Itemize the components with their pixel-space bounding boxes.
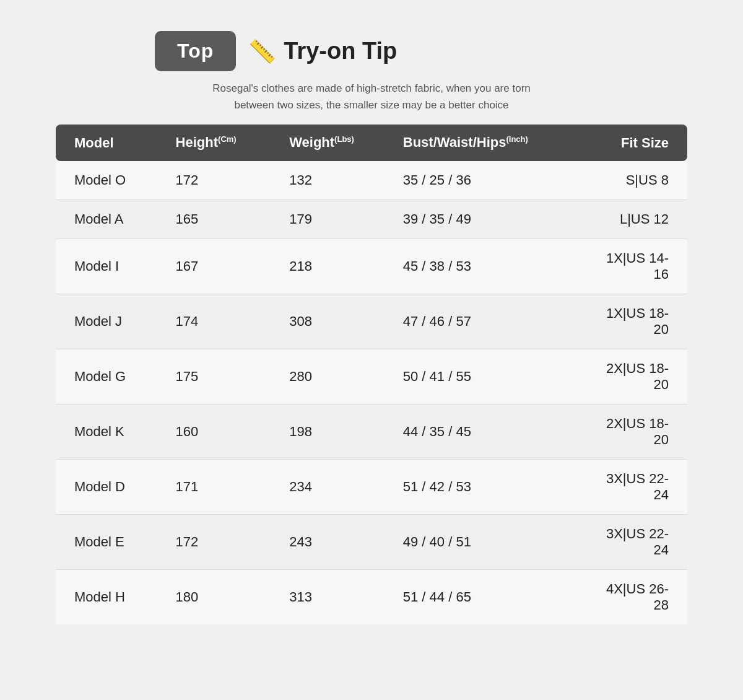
col-header-model: Model: [56, 125, 170, 160]
subtitle-line2: between two sizes, the smaller size may …: [234, 99, 508, 111]
col-header-fitsize: Fit Size: [586, 125, 687, 160]
cell-height: 171: [170, 459, 284, 514]
subtitle: Rosegal's clothes are made of high-stret…: [56, 80, 687, 113]
cell-fitsize: 3X|US 22-24: [586, 514, 687, 569]
table-row: Model G17528050 / 41 / 552X|US 18-20: [56, 349, 687, 404]
table-row: Model K16019844 / 35 / 452X|US 18-20: [56, 404, 687, 459]
cell-height: 172: [170, 514, 284, 569]
table-row: Model I16721845 / 38 / 531X|US 14-16: [56, 238, 687, 294]
col-header-height: Height(Cm): [170, 125, 284, 160]
cell-fitsize: 2X|US 18-20: [586, 349, 687, 404]
col-header-bwh: Bust/Waist/Hips(Inch): [397, 125, 586, 160]
table-row: Model A16517939 / 35 / 49L|US 12: [56, 199, 687, 238]
cell-weight: 308: [283, 294, 397, 349]
cell-height: 160: [170, 404, 284, 459]
cell-bwh: 50 / 41 / 55: [397, 349, 586, 404]
cell-fitsize: 2X|US 18-20: [586, 404, 687, 459]
top-badge: Top: [155, 31, 236, 71]
cell-model: Model E: [56, 514, 170, 569]
cell-height: 172: [170, 161, 284, 200]
cell-model: Model G: [56, 349, 170, 404]
cell-bwh: 44 / 35 / 45: [397, 404, 586, 459]
try-on-tip-label: Try-on Tip: [284, 38, 397, 64]
cell-bwh: 35 / 25 / 36: [397, 161, 586, 200]
try-on-tip-heading: 📏 Try-on Tip: [248, 38, 397, 64]
cell-weight: 234: [283, 459, 397, 514]
cell-bwh: 39 / 35 / 49: [397, 199, 586, 238]
cell-weight: 218: [283, 238, 397, 294]
cell-model: Model H: [56, 569, 170, 624]
cell-weight: 132: [283, 161, 397, 200]
subtitle-line1: Rosegal's clothes are made of high-stret…: [212, 82, 531, 94]
cell-fitsize: 1X|US 18-20: [586, 294, 687, 349]
cell-fitsize: 1X|US 14-16: [586, 238, 687, 294]
cell-bwh: 51 / 44 / 65: [397, 569, 586, 624]
table-row: Model O17213235 / 25 / 36S|US 8: [56, 161, 687, 200]
cell-bwh: 47 / 46 / 57: [397, 294, 586, 349]
col-header-weight: Weight(Lbs): [283, 125, 397, 160]
cell-fitsize: 3X|US 22-24: [586, 459, 687, 514]
cell-model: Model D: [56, 459, 170, 514]
cell-fitsize: S|US 8: [586, 161, 687, 200]
table-row: Model J17430847 / 46 / 571X|US 18-20: [56, 294, 687, 349]
cell-weight: 280: [283, 349, 397, 404]
cell-height: 174: [170, 294, 284, 349]
cell-height: 175: [170, 349, 284, 404]
cell-weight: 198: [283, 404, 397, 459]
cell-bwh: 51 / 42 / 53: [397, 459, 586, 514]
cell-height: 180: [170, 569, 284, 624]
table-row: Model D17123451 / 42 / 533X|US 22-24: [56, 459, 687, 514]
cell-fitsize: 4X|US 26-28: [586, 569, 687, 624]
cell-weight: 243: [283, 514, 397, 569]
cell-fitsize: L|US 12: [586, 199, 687, 238]
cell-weight: 179: [283, 199, 397, 238]
cell-height: 165: [170, 199, 284, 238]
cell-weight: 313: [283, 569, 397, 624]
cell-bwh: 45 / 38 / 53: [397, 238, 586, 294]
table-row: Model E17224349 / 40 / 513X|US 22-24: [56, 514, 687, 569]
main-container: Top 📏 Try-on Tip Rosegal's clothes are m…: [31, 12, 712, 643]
cell-model: Model A: [56, 199, 170, 238]
cell-model: Model I: [56, 238, 170, 294]
cell-model: Model J: [56, 294, 170, 349]
header-section: Top 📏 Try-on Tip: [56, 31, 687, 71]
size-table: Model Height(Cm) Weight(Lbs) Bust/Waist/…: [56, 125, 687, 624]
cell-bwh: 49 / 40 / 51: [397, 514, 586, 569]
cell-model: Model O: [56, 161, 170, 200]
cell-height: 167: [170, 238, 284, 294]
table-header-row: Model Height(Cm) Weight(Lbs) Bust/Waist/…: [56, 125, 687, 160]
ruler-icon: 📏: [248, 38, 276, 64]
table-row: Model H18031351 / 44 / 654X|US 26-28: [56, 569, 687, 624]
cell-model: Model K: [56, 404, 170, 459]
